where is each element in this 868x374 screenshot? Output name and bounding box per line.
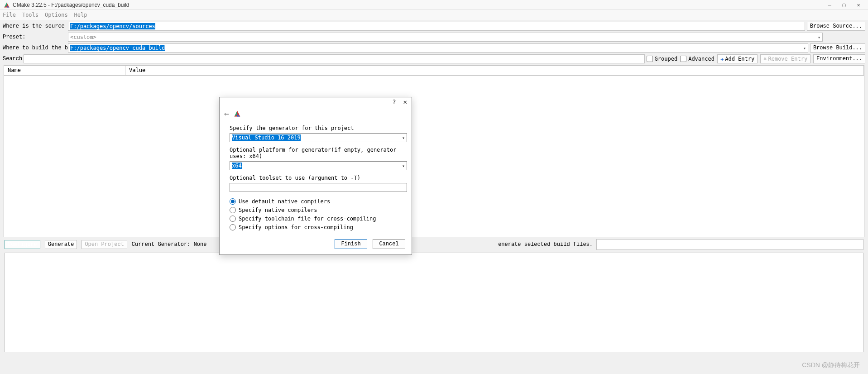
preset-label: Preset: [3, 34, 66, 40]
table-header: Name Value [4, 66, 864, 76]
close-button[interactable]: ✕ [855, 2, 862, 8]
menu-options[interactable]: Options [45, 12, 68, 18]
environment-button[interactable]: Environment... [813, 54, 865, 63]
radio-cross-compile-options[interactable]: Specify options for cross-compiling [230, 224, 402, 230]
cmake-logo-icon [234, 110, 241, 117]
toolset-label: Optional toolset to use (argument to -T) [230, 175, 402, 181]
radio-native-compilers[interactable]: Specify native compilers [230, 207, 402, 213]
watermark: CSDN @静待梅花开 [802, 361, 860, 369]
hint-text: enerate selected build files. [498, 241, 593, 248]
menu-help[interactable]: Help [74, 12, 87, 18]
search-label: Search: [3, 56, 22, 62]
menu-tools[interactable]: Tools [22, 12, 38, 18]
plus-icon: ✚ [720, 56, 724, 62]
col-value[interactable]: Value [125, 66, 864, 75]
open-project-button: Open Project [82, 240, 127, 249]
configure-button[interactable]: Configure [5, 240, 40, 249]
maximize-button[interactable]: ▢ [841, 2, 847, 8]
add-entry-button[interactable]: ✚Add Entry [717, 54, 758, 63]
search-input[interactable] [24, 54, 645, 63]
toolset-input[interactable] [230, 183, 407, 192]
variables-table[interactable]: Name Value [4, 65, 864, 237]
remove-entry-button: ✖Remove Entry [760, 54, 810, 63]
cancel-button[interactable]: Cancel [373, 239, 405, 249]
menubar: File Tools Options Help [0, 10, 868, 20]
progress-field [596, 239, 863, 250]
current-generator-label: Current Generator: None [132, 241, 207, 248]
output-log[interactable] [5, 253, 863, 352]
grouped-checkbox[interactable]: Grouped [647, 56, 678, 62]
browse-build-button[interactable]: Browse Build... [810, 43, 865, 53]
cmake-logo-icon [4, 2, 10, 8]
platform-select[interactable]: x64▾ [230, 161, 407, 170]
window-title: CMake 3.22.5 - F:/packages/opencv_cuda_b… [13, 2, 826, 8]
generator-select[interactable]: Visual Studio 16 2019▾ [230, 133, 407, 142]
generator-dialog: ? ✕ ← Specify the generator for this pro… [219, 97, 412, 255]
minimize-button[interactable]: — [826, 2, 833, 8]
back-arrow-icon[interactable]: ← [224, 109, 229, 118]
preset-select[interactable]: <custom>▾ [68, 33, 823, 42]
chevron-down-icon: ▾ [402, 163, 405, 168]
build-label: Where to build the binaries: [3, 45, 66, 51]
generate-button[interactable]: Generate [45, 240, 77, 249]
platform-label: Optional platform for generator(if empty… [230, 147, 402, 159]
advanced-checkbox[interactable]: Advanced [680, 56, 715, 62]
window-titlebar: CMake 3.22.5 - F:/packages/opencv_cuda_b… [0, 0, 868, 10]
dialog-close-icon[interactable]: ✕ [403, 98, 407, 105]
help-icon[interactable]: ? [392, 98, 396, 105]
x-icon: ✖ [763, 56, 767, 62]
finish-button[interactable]: Finish [335, 239, 367, 249]
chevron-down-icon: ▾ [803, 46, 806, 51]
generator-label: Specify the generator for this project [230, 125, 402, 131]
radio-default-compilers[interactable]: Use default native compilers [230, 198, 402, 205]
source-label: Where is the source code: [3, 23, 66, 29]
chevron-down-icon: ▾ [402, 135, 405, 140]
col-name[interactable]: Name [4, 66, 125, 75]
browse-source-button[interactable]: Browse Source... [807, 22, 865, 31]
build-input[interactable]: F:/packages/opencv_cuda_build▾ [68, 43, 808, 53]
source-input[interactable]: F:/packages/opencv/sources [68, 22, 805, 31]
chevron-down-icon: ▾ [818, 35, 820, 40]
radio-toolchain-file[interactable]: Specify toolchain file for cross-compili… [230, 216, 402, 222]
menu-file[interactable]: File [3, 12, 16, 18]
